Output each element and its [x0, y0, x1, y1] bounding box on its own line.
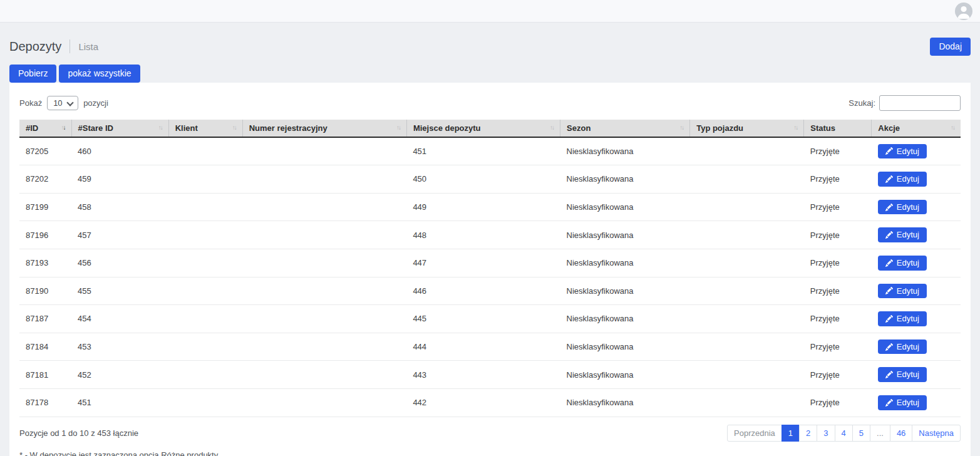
cell-reg-number	[242, 388, 406, 417]
cell-id: 87196	[19, 221, 71, 249]
pagination-page-1[interactable]: 1	[781, 425, 800, 442]
cell-actions: Edytuj	[872, 333, 961, 361]
edit-button[interactable]: Edytuj	[878, 284, 927, 299]
cell-season: Niesklasyfikowana	[560, 277, 690, 305]
cell-status: Przyjęte	[804, 165, 872, 194]
column-header-id[interactable]: #ID ↑↓	[19, 120, 71, 137]
cell-client	[168, 165, 242, 194]
cell-actions: Edytuj	[872, 305, 961, 333]
cell-place: 445	[406, 305, 560, 333]
cell-place: 443	[406, 361, 560, 389]
page-container: Depozyty Lista Dodaj Pobierz pokaż wszys…	[0, 38, 980, 456]
page-size-select[interactable]: 10	[47, 96, 78, 110]
cell-actions: Edytuj	[872, 361, 961, 389]
edit-button[interactable]: Edytuj	[878, 339, 927, 355]
pagination-page-46[interactable]: 46	[890, 425, 912, 442]
cell-place: 450	[406, 165, 560, 194]
pagination-page-4[interactable]: 4	[835, 425, 853, 442]
edit-button[interactable]: Edytuj	[878, 200, 927, 215]
cell-vehicle-type	[690, 388, 804, 417]
cell-season: Niesklasyfikowana	[560, 137, 690, 165]
cell-actions: Edytuj	[872, 137, 961, 165]
sort-icon: ↑↓	[679, 123, 683, 131]
cell-id: 87181	[19, 361, 71, 389]
edit-button[interactable]: Edytuj	[878, 311, 927, 326]
cell-client	[168, 249, 242, 277]
pencil-icon	[885, 259, 893, 267]
download-button[interactable]: Pobierz	[9, 65, 56, 83]
cell-client	[168, 333, 242, 361]
cell-old-id: 457	[71, 221, 168, 249]
cell-actions: Edytuj	[872, 165, 961, 194]
cell-place: 451	[406, 137, 560, 165]
edit-button[interactable]: Edytuj	[878, 144, 927, 159]
cell-actions: Edytuj	[872, 249, 961, 277]
cell-place: 447	[406, 249, 560, 277]
cell-vehicle-type	[690, 193, 804, 221]
sort-icon: ↑↓	[951, 123, 954, 131]
cell-status: Przyjęte	[804, 361, 872, 389]
pencil-icon	[885, 371, 893, 378]
column-header-vehicle-type[interactable]: Typ pojazdu ↑↓	[690, 120, 804, 137]
column-header-season[interactable]: Sezon ↑↓	[560, 120, 690, 137]
table-row: 87202459450NiesklasyfikowanaPrzyjęteEdyt…	[19, 165, 961, 194]
cell-old-id: 451	[71, 388, 168, 417]
pagination-next[interactable]: Następna	[912, 425, 961, 442]
sort-icon: ↑↓	[550, 123, 554, 131]
pagination-page-2[interactable]: 2	[799, 425, 817, 442]
show-label: Pokaż	[19, 98, 42, 108]
cell-old-id: 452	[71, 361, 168, 389]
user-avatar-icon[interactable]	[955, 3, 972, 20]
table-row: 87190455446NiesklasyfikowanaPrzyjęteEdyt…	[19, 277, 961, 305]
footnote: * - W depozycie jest zaznaczona opcja Ró…	[19, 450, 961, 456]
show-all-button[interactable]: pokaż wszystkie	[59, 65, 140, 83]
column-header-status[interactable]: Status	[804, 120, 872, 137]
table-row: 87199458449NiesklasyfikowanaPrzyjęteEdyt…	[19, 193, 961, 221]
column-header-old-id[interactable]: #Stare ID ↑↓	[71, 120, 168, 137]
header-row: #ID ↑↓ #Stare ID ↑↓ Klient ↑↓ Numer reje…	[19, 120, 961, 137]
table-row: 87187454445NiesklasyfikowanaPrzyjęteEdyt…	[19, 305, 961, 333]
edit-button[interactable]: Edytuj	[878, 227, 927, 242]
pagination-page-3[interactable]: 3	[817, 425, 835, 442]
cell-season: Niesklasyfikowana	[560, 221, 690, 249]
entries-label: pozycji	[83, 98, 108, 108]
cell-status: Przyjęte	[804, 137, 872, 165]
edit-button[interactable]: Edytuj	[878, 256, 927, 271]
sort-icon: ↑↓	[158, 123, 162, 131]
table-controls: Pokaż 10 pozycji Szukaj:	[19, 95, 961, 111]
cell-reg-number	[242, 221, 406, 249]
pagination-page-5[interactable]: 5	[852, 425, 870, 442]
breadcrumb: Depozyty Lista	[9, 39, 98, 54]
search-input[interactable]	[879, 95, 961, 111]
cell-reg-number	[242, 165, 406, 194]
pagination-prev[interactable]: Poprzednia	[727, 425, 782, 442]
cell-vehicle-type	[690, 165, 804, 194]
table-footer: Pozycje od 1 do 10 z 453 łącznie Poprzed…	[19, 425, 961, 442]
cell-old-id: 460	[71, 137, 168, 165]
edit-button[interactable]: Edytuj	[878, 395, 927, 410]
column-header-client[interactable]: Klient ↑↓	[168, 120, 242, 137]
page-length-control: Pokaż 10 pozycji	[19, 96, 108, 110]
column-header-actions[interactable]: Akcje ↑↓	[872, 120, 961, 137]
column-header-place[interactable]: Miejsce depozytu ↑↓	[406, 120, 560, 137]
cell-client	[168, 193, 242, 221]
cell-season: Niesklasyfikowana	[560, 361, 690, 389]
cell-place: 442	[406, 388, 560, 417]
pencil-icon	[885, 147, 893, 155]
edit-button[interactable]: Edytuj	[878, 367, 927, 382]
cell-reg-number	[242, 277, 406, 305]
table-card: Pokaż 10 pozycji Szukaj:	[9, 83, 971, 456]
edit-button[interactable]: Edytuj	[878, 172, 927, 187]
page-size-select-wrap: 10	[47, 96, 78, 110]
pencil-icon	[885, 315, 893, 323]
cell-season: Niesklasyfikowana	[560, 305, 690, 333]
column-header-reg-number[interactable]: Numer rejestracyjny ↑↓	[242, 120, 406, 137]
table-row: 87181452443NiesklasyfikowanaPrzyjęteEdyt…	[19, 361, 961, 389]
cell-status: Przyjęte	[804, 333, 872, 361]
cell-id: 87178	[19, 388, 71, 417]
cell-client	[168, 305, 242, 333]
cell-client	[168, 137, 242, 165]
pencil-icon	[885, 175, 893, 183]
cell-old-id: 453	[71, 333, 168, 361]
add-button[interactable]: Dodaj	[930, 38, 971, 56]
